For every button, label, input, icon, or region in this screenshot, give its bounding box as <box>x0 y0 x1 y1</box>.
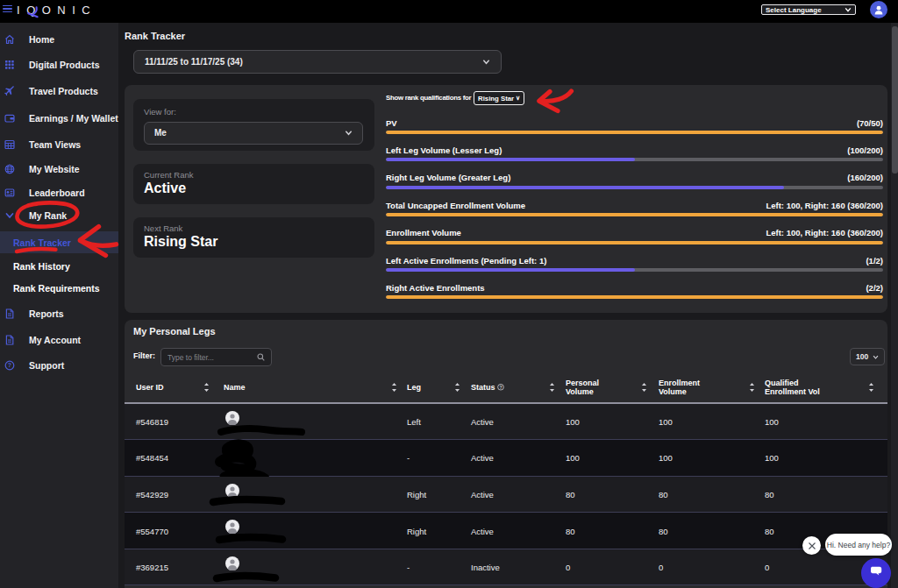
chevron-down-icon <box>4 210 15 222</box>
sidebar-item-reports[interactable]: Reports <box>0 302 118 325</box>
sidebar-item-digital-products[interactable]: Digital Products <box>0 53 118 76</box>
next-rank-panel: Next Rank Rising Star <box>133 217 374 258</box>
sort-icon[interactable] <box>391 382 397 392</box>
filter-input[interactable] <box>167 353 257 362</box>
qualification-rank-select[interactable]: Rising Star ∨ <box>474 91 524 105</box>
qualifications-label: Show rank qualifications for <box>386 94 471 102</box>
chat-launcher-button[interactable] <box>861 558 891 588</box>
cell-status: Active <box>471 489 494 499</box>
progress-bar-fill <box>386 213 883 216</box>
progress-bar-fill <box>386 158 635 161</box>
grid-icon <box>4 59 15 70</box>
view-for-select[interactable]: Me <box>144 122 363 145</box>
qualifications-header: Show rank qualifications for Rising Star… <box>386 91 702 105</box>
table-row[interactable]: #548454 - Active 100 100 100 <box>125 440 887 477</box>
table-row[interactable]: #369215 - Inactive 0 0 0 <box>125 549 887 586</box>
column-header-personal-volume[interactable]: Personal Volume <box>566 378 620 396</box>
qualification-value: (100/200) <box>847 145 883 155</box>
table-row[interactable]: #546819 Left Active 100 100 100 <box>125 404 887 441</box>
column-header-status[interactable]: Status ? <box>471 382 541 392</box>
next-rank-label: Next Rank <box>144 223 182 233</box>
sort-icon[interactable] <box>454 382 460 392</box>
sidebar-item-home[interactable]: Home <box>0 28 118 51</box>
cell-leg: Left <box>407 416 421 426</box>
sidebar-subitem-rank-requirements[interactable]: Rank Requirements <box>0 278 118 300</box>
sidebar-item-earnings-my-wallet[interactable]: Earnings / My Wallet <box>0 107 118 130</box>
cell-personal-volume: 0 <box>566 563 570 572</box>
hamburger-menu-icon[interactable] <box>3 5 12 12</box>
sidebar-item-team-views[interactable]: Team Views <box>0 133 118 156</box>
chat-greeting-bubble[interactable]: Hi. Need any help? <box>825 534 892 556</box>
cell-user-id: #369215 <box>136 563 168 572</box>
info-icon: ? <box>497 383 504 390</box>
sidebar-subitem-rank-tracker[interactable]: Rank Tracker <box>0 231 118 253</box>
progress-bar-fill <box>386 241 883 244</box>
scrollbar-thumb[interactable] <box>892 26 898 174</box>
qualification-label: PV <box>386 118 397 128</box>
table-header: User IDNameLegStatus ?Personal VolumeEnr… <box>125 370 887 404</box>
sidebar-subitem-rank-history[interactable]: Rank History <box>0 255 118 277</box>
search-icon <box>257 353 265 361</box>
personal-legs-card: My Personal Legs Filter: 100 User IDName… <box>125 320 887 588</box>
sort-icon[interactable] <box>203 382 210 392</box>
sort-icon[interactable] <box>749 382 755 392</box>
qualification-row: Left Leg Volume (Lesser Leg) (100/200) <box>386 145 883 164</box>
sort-icon[interactable] <box>868 382 874 392</box>
progress-bar-fill <box>386 295 883 299</box>
sidebar-item-travel-products[interactable]: Travel Products <box>0 80 118 103</box>
cell-status: Active <box>471 526 494 535</box>
sidebar-item-my-rank[interactable]: My Rank <box>0 204 118 227</box>
column-header-enrollment-volume[interactable]: Enrollment Volume <box>659 378 722 396</box>
filter-input-wrap <box>160 348 272 366</box>
chevron-down-icon <box>845 6 852 13</box>
qualification-row: Right Leg Volume (Greater Leg) (160/200) <box>386 173 883 192</box>
sort-icon[interactable] <box>549 382 555 392</box>
sort-icon[interactable] <box>641 382 647 392</box>
progress-bar-track <box>386 213 883 216</box>
person-icon <box>873 4 884 15</box>
language-select[interactable]: Select Language <box>761 4 856 15</box>
column-header-qualified-enrollment-vol[interactable]: Qualified Enrollment Vol <box>765 378 826 396</box>
cell-enrollment-volume: 0 <box>659 563 663 572</box>
cell-enrollment-volume: 100 <box>659 453 673 463</box>
chevron-down-icon <box>482 58 490 66</box>
qualification-row: Left Active Enrollments (Pending Left: 1… <box>386 255 883 274</box>
cell-enrollment-volume: 80 <box>659 489 668 499</box>
column-header-leg[interactable]: Leg <box>407 382 451 392</box>
sidebar-item-leaderboard[interactable]: Leaderboard <box>0 181 118 204</box>
column-header-user-id[interactable]: User ID <box>136 382 197 392</box>
wallet-icon <box>4 113 15 124</box>
chat-close-button[interactable] <box>802 536 821 555</box>
table-row[interactable]: #542929 Right Active 80 80 80 <box>125 477 887 514</box>
column-header-name[interactable]: Name <box>224 382 381 392</box>
page-size-select[interactable]: 100 <box>850 348 885 365</box>
sidebar: Home Digital Products Travel Products Ea… <box>0 23 118 588</box>
svg-text:?: ? <box>7 362 11 368</box>
brand-logo[interactable]: IQONIC <box>17 4 96 17</box>
progress-bar-track <box>386 295 883 299</box>
page-title: Rank Tracker <box>125 31 185 41</box>
cell-personal-volume: 100 <box>566 453 580 463</box>
view-for-label: View for: <box>144 107 176 117</box>
qualification-label: Total Uncapped Enrollment Volume <box>386 201 525 210</box>
qualification-row: Total Uncapped Enrollment Volume Left: 1… <box>386 200 883 219</box>
progress-bar-fill <box>386 268 635 272</box>
sidebar-item-my-website[interactable]: My Website <box>0 158 118 181</box>
cell-status: Active <box>471 416 494 426</box>
progress-bar-track <box>386 131 883 134</box>
cell-status: Inactive <box>471 563 500 572</box>
file-icon <box>4 308 15 319</box>
sidebar-item-support[interactable]: ? Support <box>0 354 118 377</box>
svg-text:?: ? <box>499 384 502 389</box>
help-icon: ? <box>4 359 15 371</box>
user-avatar[interactable] <box>870 1 887 18</box>
cell-qualified-enrollment-vol: 80 <box>765 489 774 499</box>
table-row[interactable]: #554770 Right Active 80 80 80 <box>125 513 887 549</box>
sidebar-item-my-account[interactable]: My Account <box>0 329 118 351</box>
filter-label: Filter: <box>133 351 155 360</box>
current-rank-value: Active <box>144 181 186 196</box>
cell-leg: Right <box>407 526 426 535</box>
plane-icon <box>4 86 15 97</box>
cell-leg: Right <box>407 489 426 499</box>
period-select[interactable]: 11/11/25 to 11/17/25 (34) <box>133 50 502 74</box>
